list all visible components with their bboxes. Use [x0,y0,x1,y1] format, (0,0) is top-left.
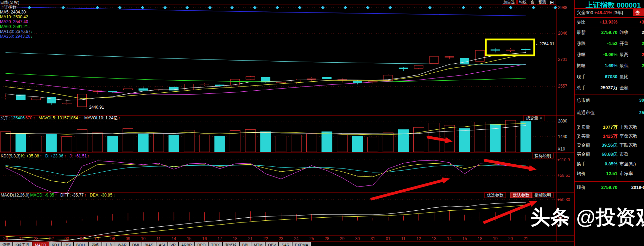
add-watchlist-button[interactable]: 加自选 [502,0,517,4]
fund-go-button[interactable]: 去 [633,9,644,16]
quote-label: 卖金额 [577,142,590,149]
tab-indicator-kdj[interactable]: KDJ [49,242,61,246]
macd-axis-label: +50.30 [557,197,570,202]
date-label: 22 [263,236,268,241]
date-label: 01 [386,236,390,241]
date-axis: 2627280203040708091011141516171821222324… [0,236,557,241]
volume-bar [77,129,87,152]
divider [575,27,644,27]
tab-indicator-obv[interactable]: OBV [266,242,278,246]
tab-indicator-dmi[interactable]: DMI [130,242,142,246]
price-axis-label: 2701 [558,57,567,62]
quote-row: 卖金额39.56亿下跌家数 [577,142,644,149]
divider [575,94,644,94]
tab-indicator-bbi[interactable]: BBI [240,242,251,246]
candlestick [506,49,515,51]
trend-arrow-icon: ↓ [28,25,30,29]
volume-unit-label: X10 [558,147,565,152]
tab-indicator-asi[interactable]: ASI [156,242,167,246]
toolbar-buttons: 加自选均线窗预测▶| [502,0,556,4]
tab-indicator-四线[interactable]: 四线 [89,242,102,246]
volume-bar [123,128,133,152]
tab-indicator-rsi[interactable]: RSI [62,242,73,246]
date-label: 15 [462,236,467,241]
quote-value: 2759.70 [589,29,617,36]
fund-period: [3年] [614,10,623,15]
ma-legend-text: MA20: 2547.40 [0,19,28,24]
tab-indicator-设置[interactable]: 设置 [0,242,12,246]
volume-bar [230,131,240,152]
ma-toggle-button[interactable]: 均线 [517,0,528,4]
quote-value-2: 276 [642,29,644,36]
quote-value: -0.06% [589,51,617,58]
tab-indicator-w&r[interactable]: W&R [115,242,129,246]
annotation-arrow [371,180,445,199]
quote-label-2: 最高 [619,51,628,58]
tab-indicator-vr[interactable]: VR [168,242,178,246]
volume-bar [306,134,317,152]
indicator-tab-bar: 设置K线工具MACDKDJRSIBOLL四线主力W&RDMIBIASASIVRA… [0,242,311,246]
tab-indicator-宝塔线[interactable]: 宝塔线 [223,242,239,246]
candlestick [62,103,71,104]
date-label: 24 [294,236,298,241]
tab-indicator-boll[interactable]: BOLL [74,242,88,246]
indicator-value: KDJ(9,3,3) [1,154,20,159]
ma-legend-text: MA120: 2676.67 [0,29,30,34]
kdj-help-button[interactable]: 指标说明 [532,153,554,158]
quote-label: 流通市值 [577,109,595,116]
volume-bar [214,136,225,152]
low-price-marker: ←2440.91 [85,105,104,110]
quote-row: 最新2759.70昨收276 [577,29,644,36]
date-label: 10 [141,236,145,241]
quote-label: 均价 [577,170,586,177]
macd-header: MACD(12,26,9) MACD: -9.85↑ DIFF: -35.77↑… [1,193,118,198]
date-label: 30 [355,236,360,241]
date-label: 14 [447,236,452,241]
annotation-arrowhead [529,165,537,171]
volume-type-dropdown[interactable]: 成交量 ▼ [523,115,545,121]
indicator-value: K: +35.88 [21,154,39,159]
indicator-value: ↓ [113,193,115,198]
quote-value: 0.85% [589,161,617,167]
tab-indicator-bias[interactable]: BIAS [142,242,156,246]
date-label: 18 [478,236,482,241]
candlestick [154,87,163,90]
indicator-value: ↑ [64,154,66,159]
tab-indicator-arbr[interactable]: ARBR [179,242,194,246]
quote-row: 涨跌-1.52开盘275 [577,40,644,47]
macd-default-params-button[interactable]: 默认参数 [510,192,532,198]
candlestick [139,89,148,90]
quote-label: 总市值 [577,97,590,104]
date-label: 31 [371,236,375,241]
macd-help-button[interactable]: 指标说明 [532,192,554,198]
date-label: 20 [508,236,513,241]
window-button[interactable]: 窗 [529,0,536,4]
tab-indicator-sar[interactable]: SAR [279,242,292,246]
forecast-button[interactable]: 预测 [537,0,548,4]
candlestick [399,68,408,69]
ma-legend-text: MA250: 2943.28 [0,34,30,39]
quote-label-2: 下跌家数 [619,142,637,149]
quote-label: 委卖量 [577,124,590,131]
macd-preferred-params-button[interactable]: 优选参数 [484,192,506,198]
tab-indicator-主力[interactable]: 主力 [102,242,115,246]
ma5-line [6,53,526,100]
tab-indicator-macd[interactable]: MACD [32,242,48,246]
collapse-panel-button[interactable]: ▶| [549,0,556,4]
kdj-d-line [6,165,526,176]
tab-indicator-trix[interactable]: TRIX [209,242,222,246]
date-label: 29 [340,236,344,241]
candlestick [47,97,56,103]
tab-indicator-dpo[interactable]: DPO [195,242,208,246]
tab-indicator-k线工具[interactable]: K线工具 [13,242,32,246]
quote-row: 总手25937万金额21 [577,84,644,91]
indicator-value: ↑ [40,154,42,159]
tab-indicator-mtm[interactable]: MTM [251,242,265,246]
divider [575,122,644,122]
date-label: 12 [416,236,421,241]
ma120-line [6,53,526,65]
volume-bar [107,136,118,152]
candlestick [185,84,194,90]
quote-label: 涨幅 [577,51,586,58]
tab-indicator-expma[interactable]: EXPMA [292,242,311,246]
